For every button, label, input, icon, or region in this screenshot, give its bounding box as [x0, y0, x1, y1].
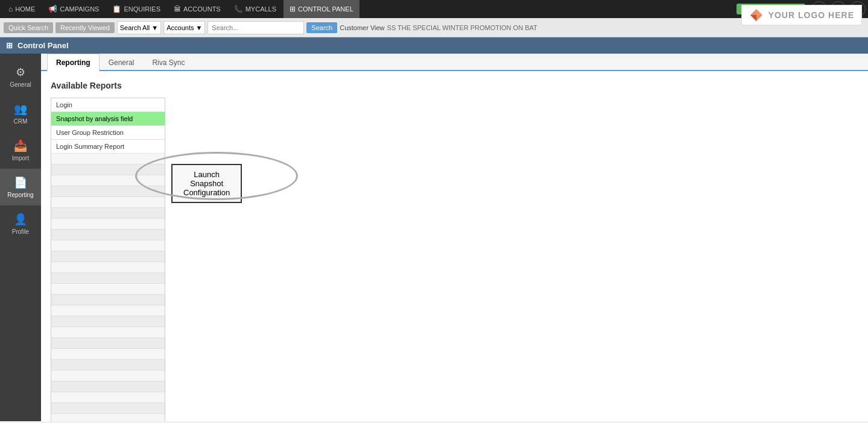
list-item: [51, 371, 165, 381]
list-item: [51, 251, 165, 262]
list-item: [51, 240, 165, 251]
tab-general[interactable]: General: [100, 54, 144, 71]
list-item: [51, 284, 165, 295]
list-item: [51, 219, 165, 230]
quick-search-button[interactable]: Quick Search: [4, 22, 53, 33]
list-item: [51, 262, 165, 273]
list-item: [51, 175, 165, 186]
list-item: [51, 230, 165, 240]
report-section: Login Snapshot by analysis field User Gr…: [51, 98, 165, 421]
sidebar-item-reporting[interactable]: 📄 Reporting: [0, 169, 41, 205]
list-item: [51, 338, 165, 349]
content-body: Available Reports Login Snapshot by anal…: [41, 71, 868, 421]
nav-item-control-panel[interactable]: ⊞ CONTROL PANEL: [284, 0, 360, 18]
search-input[interactable]: [207, 21, 304, 34]
tab-reporting[interactable]: Reporting: [47, 54, 100, 71]
list-item: [51, 381, 165, 392]
nav-item-enquiries[interactable]: 📋 ENQUIRIES: [106, 0, 166, 18]
reporting-icon: 📄: [14, 176, 27, 189]
campaigns-icon: 📢: [48, 5, 57, 13]
launch-area: Launch Snapshot Configuration: [171, 164, 242, 203]
tabs: Reporting General Riva Sync: [41, 54, 868, 71]
report-list-item-login-summary[interactable]: Login Summary Report: [51, 140, 165, 154]
launch-oval-wrapper: Launch Snapshot Configuration: [171, 164, 242, 203]
import-icon: 📥: [14, 139, 27, 152]
logo-diamond-icon: [749, 8, 764, 22]
report-list-item-snapshot[interactable]: Snapshot by analysis field: [51, 112, 165, 126]
list-item: [51, 208, 165, 219]
search-all-dropdown[interactable]: Search All ▼: [117, 21, 161, 34]
gear-icon: ⚙: [16, 66, 25, 79]
control-panel-icon: ⊞: [290, 5, 296, 13]
recently-viewed-button[interactable]: Recently Viewed: [55, 22, 115, 33]
available-reports-title: Available Reports: [51, 81, 858, 90]
content-area: Reporting General Riva Sync Available Re…: [41, 54, 868, 421]
list-item: [51, 154, 165, 164]
list-item: [51, 316, 165, 327]
panel-title: Control Panel: [17, 41, 69, 50]
svg-marker-2: [750, 15, 756, 21]
nav-item-mycalls[interactable]: 📞 MYCALLS: [228, 0, 282, 18]
list-item: [51, 392, 165, 403]
top-navigation: ⌂ HOME 📢 CAMPAIGNS 📋 ENQUIRIES 🏛 ACCOUNT…: [0, 0, 868, 18]
mycalls-icon: 📞: [234, 5, 243, 13]
list-item: [51, 360, 165, 371]
accounts-dropdown[interactable]: Accounts ▼: [163, 21, 205, 34]
customer-view-label: Customer View: [340, 24, 384, 31]
nav-item-accounts[interactable]: 🏛 ACCOUNTS: [168, 0, 227, 18]
report-list-item-login[interactable]: Login: [51, 98, 165, 112]
home-icon: ⌂: [8, 5, 13, 13]
logo-text: YOUR LOGO HERE: [768, 10, 854, 20]
search-bar: Quick Search Recently Viewed Search All …: [0, 18, 868, 37]
list-item: [51, 327, 165, 338]
panel-header: ⊞ Control Panel: [0, 37, 868, 54]
svg-marker-1: [756, 9, 762, 15]
chevron-down-icon-2: ▼: [195, 24, 202, 31]
enquiries-icon: 📋: [112, 5, 121, 13]
profile-icon: 👤: [14, 213, 27, 226]
report-list-item-user-group[interactable]: User Group Restriction: [51, 126, 165, 140]
tab-riva-sync[interactable]: Riva Sync: [143, 54, 194, 71]
list-item: [51, 403, 165, 414]
sidebar: ⚙ General 👥 CRM 📥 Import 📄 Reporting 👤 P…: [0, 54, 41, 421]
sidebar-item-import[interactable]: 📥 Import: [0, 132, 41, 169]
sidebar-item-general[interactable]: ⚙ General: [0, 58, 41, 95]
list-item: [51, 414, 165, 421]
list-item: [51, 306, 165, 316]
list-item: [51, 295, 165, 306]
main-layout: ⚙ General 👥 CRM 📥 Import 📄 Reporting 👤 P…: [0, 54, 868, 421]
sidebar-item-crm[interactable]: 👥 CRM: [0, 95, 41, 132]
crm-icon: 👥: [14, 102, 27, 116]
list-item: [51, 349, 165, 360]
nav-item-home[interactable]: ⌂ HOME: [2, 0, 41, 18]
list-item: [51, 273, 165, 284]
launch-snapshot-button[interactable]: Launch Snapshot Configuration: [171, 164, 242, 203]
sidebar-item-profile[interactable]: 👤 Profile: [0, 205, 41, 242]
logo-area: YOUR LOGO HERE: [741, 5, 862, 25]
chevron-down-icon: ▼: [151, 24, 158, 31]
panel-header-icon: ⊞: [6, 41, 13, 50]
list-item: [51, 197, 165, 208]
list-item: [51, 186, 165, 197]
nav-item-campaigns[interactable]: 📢 CAMPAIGNS: [42, 0, 105, 18]
marquee-text: SS THE SPECIAL WINTER PROMOTION ON BAT: [387, 24, 537, 31]
list-item: [51, 164, 165, 175]
accounts-icon: 🏛: [174, 5, 181, 13]
report-list: Login Snapshot by analysis field User Gr…: [51, 98, 165, 421]
search-button[interactable]: Search: [306, 22, 337, 33]
